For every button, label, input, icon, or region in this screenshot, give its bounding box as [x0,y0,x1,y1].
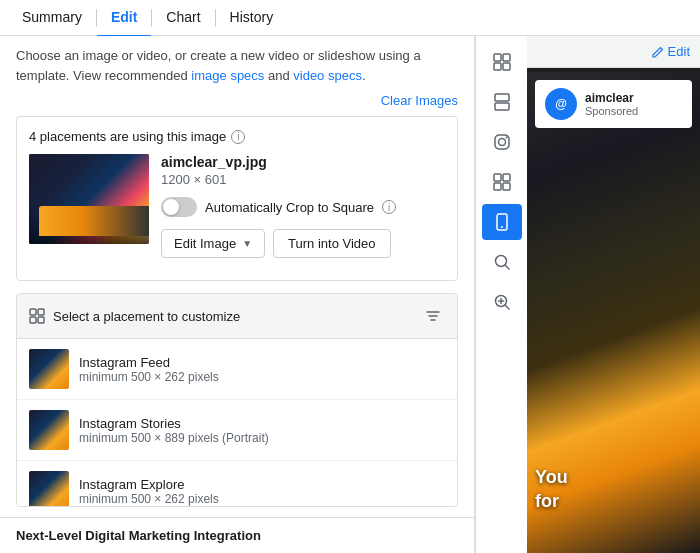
placement-selector-header: Select a placement to customize [17,294,457,339]
right-sidebar [475,36,527,553]
edit-image-button[interactable]: Edit Image ▼ [161,229,265,258]
placement-text-instagram-explore: Instagram Explore minimum 500 × 262 pixe… [79,477,445,506]
svg-point-18 [501,226,503,228]
intro-text-3: . [362,68,366,83]
svg-rect-0 [30,309,36,315]
placement-header-left: Select a placement to customize [29,308,240,324]
preview-header: Edit [527,36,700,68]
social-preview: @ aimclear Sponsored [535,80,692,128]
svg-rect-7 [503,63,510,70]
button-row: Edit Image ▼ Turn into Video [161,229,445,258]
sidebar-phone-button[interactable] [482,204,522,240]
toggle-info-icon[interactable]: i [382,200,396,214]
placements-label: 4 placements are using this image [29,129,226,144]
svg-point-11 [498,139,505,146]
svg-rect-5 [503,54,510,61]
footer-bar: Next-Level Digital Marketing Integration [0,517,474,553]
placement-selector: Select a placement to customize Instagra… [16,293,458,507]
preview-text-line1: You [535,466,692,489]
clear-images-row: Clear Images [0,89,474,116]
edit-image-label: Edit Image [174,236,236,251]
placement-header-icon [29,308,45,324]
sidebar-instagram-button[interactable] [482,124,522,160]
svg-point-12 [505,137,507,139]
placements-header: 4 placements are using this image i [29,129,445,144]
sidebar-grid3-button[interactable] [482,164,522,200]
svg-rect-6 [494,63,501,70]
placement-name-instagram-stories: Instagram Stories [79,416,445,431]
placement-text-instagram-stories: Instagram Stories minimum 500 × 889 pixe… [79,416,445,445]
svg-rect-13 [494,174,501,181]
main-content: Choose an image or video, or create a ne… [0,36,700,553]
toggle-knob [163,199,179,215]
placement-selector-label: Select a placement to customize [53,309,240,324]
placement-min-instagram-feed: minimum 500 × 262 pixels [79,370,445,384]
preview-text-line2: for [535,490,692,513]
social-header: @ aimclear Sponsored [535,80,692,128]
tab-chart[interactable]: Chart [152,0,214,37]
sidebar-search-zoom-button[interactable] [482,284,522,320]
sidebar-grid1-button[interactable] [482,44,522,80]
svg-rect-9 [495,103,509,110]
info-icon[interactable]: i [231,130,245,144]
edit-image-chevron: ▼ [242,238,252,249]
image-meta: aimclear_vp.jpg 1200 × 601 Automatically… [161,154,445,258]
placement-min-instagram-explore: minimum 500 × 262 pixels [79,492,445,506]
image-filename: aimclear_vp.jpg [161,154,445,170]
placement-item-instagram-explore[interactable]: Instagram Explore minimum 500 × 262 pixe… [17,461,457,507]
placement-name-instagram-feed: Instagram Feed [79,355,445,370]
image-card: 4 placements are using this image i aimc… [16,116,458,281]
image-specs-link[interactable]: image specs [191,68,264,83]
placement-item-instagram-stories[interactable]: Instagram Stories minimum 500 × 889 pixe… [17,400,457,461]
preview-text-overlay: You for [535,466,692,513]
tab-edit[interactable]: Edit [97,0,151,37]
train-platform [39,206,149,236]
placement-list: Instagram Feed minimum 500 × 262 pixels … [17,339,457,507]
intro-text-2: and [264,68,293,83]
svg-rect-4 [494,54,501,61]
placement-item-instagram-feed[interactable]: Instagram Feed minimum 500 × 262 pixels [17,339,457,400]
preview-edit-button[interactable]: Edit [652,44,690,59]
placement-thumb-instagram-explore [29,471,69,507]
social-avatar: @ [545,88,577,120]
placement-name-instagram-explore: Instagram Explore [79,477,445,492]
placement-thumb-instagram-stories [29,410,69,450]
placement-text-instagram-feed: Instagram Feed minimum 500 × 262 pixels [79,355,445,384]
sidebar-search-button[interactable] [482,244,522,280]
sidebar-grid2-button[interactable] [482,84,522,120]
filter-icon[interactable] [421,304,445,328]
preview-image-area: @ aimclear Sponsored You for [527,72,700,553]
svg-rect-15 [494,183,501,190]
crop-toggle[interactable] [161,197,197,217]
placement-thumb-instagram-feed [29,349,69,389]
svg-rect-14 [503,174,510,181]
toggle-label: Automatically Crop to Square [205,200,374,215]
svg-rect-16 [503,183,510,190]
social-meta: aimclear Sponsored [585,91,638,117]
video-specs-link[interactable]: video specs [293,68,362,83]
turn-video-button[interactable]: Turn into Video [273,229,390,258]
toggle-row: Automatically Crop to Square i [161,197,445,217]
social-sponsor: Sponsored [585,105,638,117]
left-panel: Choose an image or video, or create a ne… [0,36,475,553]
svg-rect-2 [30,317,36,323]
svg-rect-8 [495,94,509,101]
image-thumb-inner [29,154,149,244]
placement-min-instagram-stories: minimum 500 × 889 pixels (Portrait) [79,431,445,445]
svg-rect-3 [38,317,44,323]
tab-history[interactable]: History [216,0,288,37]
social-name: aimclear [585,91,638,105]
preview-panel: Edit @ aimclear Sponsored You for [527,36,700,553]
image-dimensions: 1200 × 601 [161,172,445,187]
image-row: aimclear_vp.jpg 1200 × 601 Automatically… [29,154,445,258]
intro-text: Choose an image or video, or create a ne… [0,36,474,89]
image-thumbnail [29,154,149,244]
tab-summary[interactable]: Summary [8,0,96,37]
clear-images-button[interactable]: Clear Images [381,93,458,108]
footer-label: Next-Level Digital Marketing Integration [16,528,261,543]
tabs-bar: Summary Edit Chart History [0,0,700,36]
svg-rect-1 [38,309,44,315]
preview-edit-label: Edit [668,44,690,59]
